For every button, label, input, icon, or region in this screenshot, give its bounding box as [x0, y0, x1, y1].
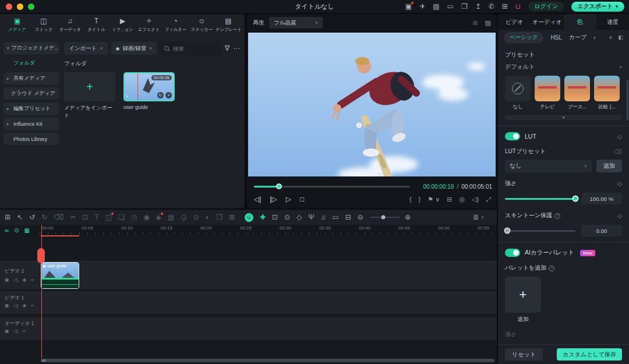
track-mode-icon[interactable]: ▦ [24, 227, 30, 234]
subtab-more-icon[interactable]: › [593, 34, 595, 41]
preset-tv[interactable] [535, 76, 560, 101]
preset-expand-button[interactable]: ▾ [505, 115, 622, 120]
redo-icon[interactable]: ↻ [41, 214, 47, 221]
save-icon[interactable]: ❐ [461, 3, 468, 10]
workspace-icon[interactable]: ▭ [447, 3, 454, 10]
preset-compare[interactable] [594, 76, 620, 101]
keyframe-follow-icon[interactable]: ⊙ [14, 227, 19, 234]
split-icon[interactable]: ◫ [105, 214, 112, 221]
stop-button[interactable]: □ [300, 195, 304, 203]
search-input[interactable] [172, 45, 217, 52]
upload-icon[interactable]: ↥ [475, 3, 481, 10]
sidebar-item-cloud-media[interactable]: クラウド メディア [3, 87, 59, 100]
seek-handle[interactable] [276, 183, 282, 189]
tab-effect[interactable]: ✧エフェクト [136, 17, 161, 35]
apps-icon[interactable]: ⊞ [502, 3, 508, 10]
preset-dropdown[interactable]: デフォルト∨ [505, 62, 622, 72]
ai-palette-toggle[interactable] [505, 249, 520, 257]
next-frame-button[interactable]: |▷ [270, 195, 277, 203]
lut-skin-slider[interactable] [505, 230, 575, 232]
lut-skin-value[interactable]: 0.00 [581, 225, 622, 236]
login-button[interactable]: ログイン [528, 2, 564, 11]
palette-add-tile[interactable]: + [505, 277, 541, 313]
zoom-in-icon[interactable]: ⊕ [405, 214, 411, 221]
import-media-tile[interactable]: + [64, 72, 115, 101]
grid-view-icon[interactable]: ⊞ [472, 19, 478, 27]
ripple-link-icon[interactable]: ∞ [5, 227, 9, 234]
lut-strength-slider[interactable] [505, 198, 575, 200]
lut-toggle[interactable] [505, 132, 520, 140]
sidebar-item-shared-media[interactable]: ▸共有メディア [3, 72, 59, 84]
lock-icon[interactable]: ▣ [5, 303, 9, 308]
timeline-clip[interactable]: ▶ user guide [41, 262, 79, 289]
sidebar-item-folder[interactable]: フォルダ [3, 57, 59, 69]
subtab-basic[interactable]: ベーシック [504, 32, 543, 43]
freeze-icon[interactable]: ⊠ [229, 214, 235, 221]
delete-icon[interactable]: ⌫ [54, 214, 63, 221]
playhead-handle[interactable] [37, 248, 45, 263]
mark-in-button[interactable]: { [409, 196, 412, 203]
snapshot-icon[interactable]: ⊡ [272, 214, 278, 221]
speed-icon[interactable]: ◷ [131, 214, 137, 221]
mic-icon[interactable]: Ψ [308, 214, 314, 221]
compound-icon[interactable]: ❏ [118, 214, 125, 221]
save-custom-button[interactable]: カスタムとして保存 [557, 348, 622, 361]
tab-video[interactable]: ビデオ [498, 14, 531, 30]
layout-icon[interactable]: ⊞ [5, 214, 10, 221]
hide-icon[interactable]: ◉ [22, 277, 26, 282]
tab-sticker[interactable]: ☺ステッカー [189, 17, 214, 35]
text-icon[interactable]: T [94, 214, 98, 221]
track-lane-audio1[interactable] [0, 317, 497, 341]
zoom-slider-handle[interactable] [381, 215, 386, 220]
record-dropdown[interactable]: ◉録画/録音∨ [111, 42, 157, 55]
subtitle-icon[interactable]: ⊟ [345, 214, 351, 221]
lock-icon[interactable]: ▣ [5, 328, 9, 334]
ai-assistant-icon[interactable]: ☺ [245, 213, 253, 222]
link-icon[interactable]: ∞ [30, 303, 34, 308]
marker-button[interactable]: ⚑ ∨ [427, 196, 440, 203]
tab-audio[interactable]: ♫オーディオ [58, 17, 83, 35]
color-wheel-icon[interactable]: ◉ [143, 214, 149, 221]
compare-icon[interactable]: ◧ [618, 34, 623, 40]
prev-frame-button[interactable]: ◁| [254, 195, 261, 203]
lock-icon[interactable]: ▣ [5, 277, 9, 282]
duration-icon[interactable]: ◶ [181, 214, 186, 221]
playhead[interactable] [41, 225, 42, 358]
fullscreen-button[interactable]: ⤢ [486, 196, 491, 203]
filter-icon[interactable]: ∇ [225, 45, 229, 52]
license-icon[interactable]: ▤ [433, 3, 439, 10]
timeline-hscrollbar[interactable] [41, 359, 494, 362]
preset-none[interactable] [505, 76, 531, 101]
tab-filter[interactable]: ◔フィルター [163, 17, 188, 35]
mute-icon[interactable]: ◁) [13, 277, 19, 282]
subtab-hsl[interactable]: HSL [550, 34, 561, 41]
sidebar-item-photos-library[interactable]: Photos Library [3, 133, 59, 145]
select-icon[interactable]: ↖ [17, 214, 23, 221]
snapshot-button[interactable]: ◎ [459, 196, 465, 203]
quality-dropdown[interactable]: フル品質∨ [269, 17, 323, 29]
crop-icon[interactable]: ⊡ [82, 214, 88, 221]
more-icon[interactable]: ⋯ [233, 45, 240, 52]
add-to-timeline-icon[interactable]: + [165, 92, 172, 98]
scope-icon[interactable]: ▨ [485, 19, 491, 27]
timeline-zoom-slider[interactable] [370, 217, 400, 218]
snap-icon[interactable]: ✚ [260, 214, 266, 221]
mark-out-button[interactable]: } [419, 196, 421, 203]
promote-icon[interactable]: ✈ [419, 3, 425, 10]
hide-icon[interactable]: ◉ [22, 303, 26, 308]
tab-stock[interactable]: ◫ストック [31, 17, 56, 35]
subtab-curve[interactable]: カーブ [569, 33, 586, 41]
preview-seekbar[interactable] [254, 186, 410, 188]
gift-icon[interactable]: ▣ [405, 3, 412, 10]
mute-icon[interactable]: ◁) [13, 328, 19, 334]
export-button[interactable]: エクスポート∨ [571, 2, 624, 12]
lut-add-button[interactable]: 追加 [596, 160, 622, 172]
tab-audio-props[interactable]: オーディオ [531, 14, 563, 30]
sidebar-item-project-media[interactable]: ▾プロジェクトメデ... [3, 42, 59, 54]
lut-preset-select[interactable]: なし∨ [505, 160, 592, 172]
sidebar-item-edit-presets[interactable]: ▸編集プリセット [3, 103, 59, 115]
copy-icon[interactable]: ❐ [216, 214, 222, 221]
tab-template[interactable]: ▤テンプレート [215, 17, 241, 35]
track-height-icon[interactable]: ≣ [473, 214, 479, 221]
zoom-out-icon[interactable]: ⊖ [358, 214, 363, 221]
